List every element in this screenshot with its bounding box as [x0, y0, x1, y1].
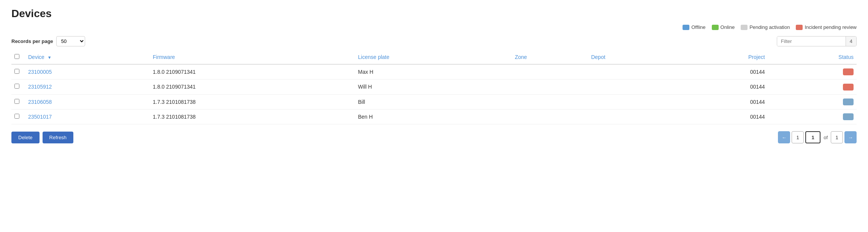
status-cell — [768, 64, 857, 79]
device-link[interactable]: 23106058 — [28, 99, 52, 105]
row-checkbox[interactable] — [14, 114, 19, 119]
next-page-button[interactable]: → — [844, 131, 857, 143]
col-device-label: Device — [28, 54, 44, 60]
license-plate-cell: Will H — [355, 79, 512, 94]
device-link[interactable]: 23105912 — [28, 84, 52, 90]
last-page-button[interactable]: 1 — [831, 131, 843, 143]
device-cell: 23105912 — [25, 79, 150, 94]
table-row: 231059121.8.0 2109071341Will H00144 — [11, 79, 857, 94]
select-all-header[interactable] — [11, 50, 25, 64]
row-checkbox[interactable] — [14, 69, 19, 74]
page-title: Devices — [11, 8, 857, 20]
zone-cell — [512, 64, 588, 79]
table-row: 235010171.7.3 2101081738Ben H00144 — [11, 109, 857, 124]
legend: Offline Online Pending activation Incide… — [683, 24, 857, 30]
offline-icon — [683, 25, 689, 30]
row-checkbox[interactable] — [14, 84, 19, 89]
row-checkbox-cell — [11, 109, 25, 124]
prev-page-button[interactable]: ← — [778, 131, 790, 143]
table-header-row: Device ▼ Firmware License plate Zone Dep… — [11, 50, 857, 64]
row-checkbox-cell — [11, 64, 25, 79]
status-badge — [843, 84, 854, 91]
license-plate-cell: Max H — [355, 64, 512, 79]
status-cell — [768, 109, 857, 124]
legend-online: Online — [712, 24, 735, 30]
current-page-input[interactable] — [805, 131, 820, 143]
firmware-cell: 1.7.3 2101081738 — [150, 109, 355, 124]
col-project-label: Project — [748, 54, 765, 60]
device-link[interactable]: 23501017 — [28, 114, 52, 120]
depot-cell — [588, 79, 673, 94]
col-depot-label: Depot — [591, 54, 605, 60]
status-cell — [768, 79, 857, 94]
col-license-plate-label: License plate — [358, 54, 390, 60]
refresh-button[interactable]: Refresh — [43, 132, 74, 143]
select-all-checkbox[interactable] — [14, 54, 19, 59]
filter-input[interactable] — [777, 37, 846, 46]
table-row: 231000051.8.0 2109071341Max H00144 — [11, 64, 857, 79]
records-per-page: Records per page 10 25 50 100 — [11, 36, 85, 46]
col-zone-label: Zone — [515, 54, 527, 60]
controls-row: Records per page 10 25 50 100 4 — [11, 36, 857, 46]
col-header-depot[interactable]: Depot — [588, 50, 673, 64]
project-cell: 00144 — [673, 94, 768, 109]
depot-cell — [588, 64, 673, 79]
status-badge — [843, 113, 854, 120]
license-plate-cell: Bill — [355, 94, 512, 109]
col-status-label: Status — [838, 54, 854, 60]
col-firmware-label: Firmware — [153, 54, 175, 60]
status-badge — [843, 68, 854, 75]
status-cell — [768, 94, 857, 109]
legend-incident: Incident pending review — [796, 24, 857, 30]
zone-cell — [512, 79, 588, 94]
depot-cell — [588, 109, 673, 124]
sort-icon: ▼ — [48, 55, 52, 60]
col-header-device[interactable]: Device ▼ — [25, 50, 150, 64]
pending-icon — [741, 25, 748, 30]
devices-table: Device ▼ Firmware License plate Zone Dep… — [11, 50, 857, 124]
row-checkbox-cell — [11, 79, 25, 94]
row-checkbox[interactable] — [14, 99, 19, 104]
project-cell: 00144 — [673, 109, 768, 124]
top-bar: Offline Online Pending activation Incide… — [11, 24, 857, 30]
zone-cell — [512, 109, 588, 124]
legend-offline: Offline — [683, 24, 705, 30]
legend-offline-label: Offline — [691, 24, 705, 30]
status-badge — [843, 99, 854, 105]
filter-wrap: 4 — [777, 36, 857, 46]
action-buttons: Delete Refresh — [11, 132, 73, 143]
firmware-cell: 1.8.0 2109071341 — [150, 79, 355, 94]
online-icon — [712, 25, 719, 30]
firmware-cell: 1.8.0 2109071341 — [150, 64, 355, 79]
col-header-zone[interactable]: Zone — [512, 50, 588, 64]
project-cell: 00144 — [673, 64, 768, 79]
col-header-license-plate[interactable]: License plate — [355, 50, 512, 64]
col-header-status[interactable]: Status — [768, 50, 857, 64]
zone-cell — [512, 94, 588, 109]
license-plate-cell: Ben H — [355, 109, 512, 124]
row-checkbox-cell — [11, 94, 25, 109]
project-cell: 00144 — [673, 79, 768, 94]
delete-button[interactable]: Delete — [11, 132, 40, 143]
records-per-page-label: Records per page — [11, 38, 53, 44]
records-per-page-select[interactable]: 10 25 50 100 — [56, 36, 85, 46]
device-cell: 23100005 — [25, 64, 150, 79]
device-link[interactable]: 23100005 — [28, 69, 52, 75]
firmware-cell: 1.7.3 2101081738 — [150, 94, 355, 109]
bottom-bar: Delete Refresh ← 1 of 1 → — [11, 131, 857, 143]
table-row: 231060581.7.3 2101081738Bill00144 — [11, 94, 857, 109]
device-cell: 23501017 — [25, 109, 150, 124]
col-header-project[interactable]: Project — [673, 50, 768, 64]
legend-online-label: Online — [721, 24, 735, 30]
legend-incident-label: Incident pending review — [805, 24, 857, 30]
legend-pending: Pending activation — [741, 24, 790, 30]
device-cell: 23106058 — [25, 94, 150, 109]
legend-pending-label: Pending activation — [749, 24, 790, 30]
first-page-button[interactable]: 1 — [792, 131, 804, 143]
depot-cell — [588, 94, 673, 109]
pagination: ← 1 of 1 → — [778, 131, 857, 143]
page-of-label: of — [822, 135, 829, 140]
filter-count: 4 — [846, 37, 856, 46]
col-header-firmware[interactable]: Firmware — [150, 50, 355, 64]
incident-icon — [796, 25, 803, 30]
